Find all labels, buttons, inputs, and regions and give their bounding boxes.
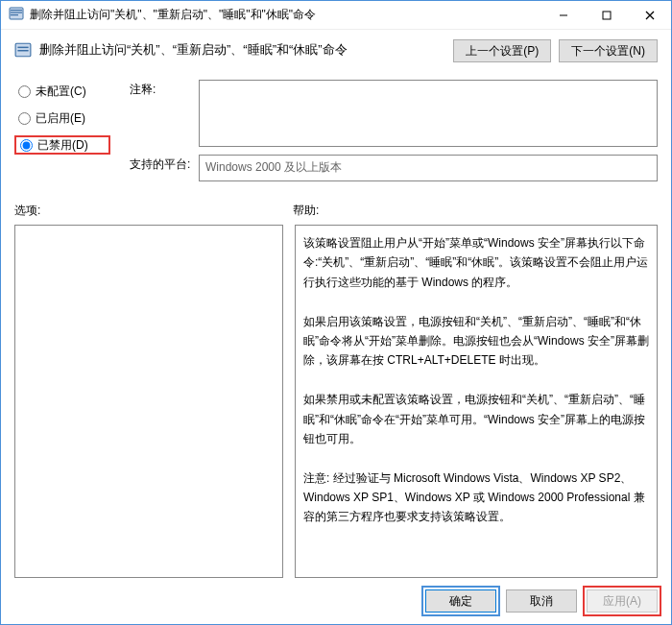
platform-row: 支持的平台: Windows 2000 及以上版本 bbox=[130, 155, 658, 181]
policy-dialog: 删除并阻止访问"关机"、"重新启动"、"睡眠"和"休眠"命令 删除并阻止访问“关… bbox=[0, 0, 672, 625]
radio-not-configured[interactable]: 未配置(C) bbox=[14, 82, 110, 101]
window-title: 删除并阻止访问"关机"、"重新启动"、"睡眠"和"休眠"命令 bbox=[30, 7, 541, 23]
comment-row: 注释: bbox=[130, 80, 658, 147]
svg-rect-1 bbox=[11, 10, 22, 11]
header-row: 删除并阻止访问“关机”、“重新启动”、“睡眠”和“休眠”命令 上一个设置(P) … bbox=[14, 39, 658, 62]
radio-disabled[interactable]: 已禁用(D) bbox=[14, 135, 110, 155]
cancel-button[interactable]: 取消 bbox=[506, 589, 577, 613]
minimize-button[interactable] bbox=[541, 1, 585, 29]
svg-rect-0 bbox=[10, 8, 23, 19]
titlebar: 删除并阻止访问"关机"、"重新启动"、"睡眠"和"休眠"命令 bbox=[1, 1, 671, 30]
ok-button[interactable]: 确定 bbox=[425, 589, 496, 613]
svg-rect-9 bbox=[17, 47, 28, 48]
svg-rect-3 bbox=[11, 14, 18, 15]
platform-label: 支持的平台: bbox=[130, 155, 199, 173]
radio-enabled-input[interactable] bbox=[18, 112, 31, 125]
previous-setting-button[interactable]: 上一个设置(P) bbox=[453, 39, 551, 62]
window-buttons bbox=[541, 1, 671, 29]
help-pane[interactable]: 该策略设置阻止用户从“开始”菜单或“Windows 安全”屏幕执行以下命令:“关… bbox=[295, 225, 658, 578]
help-label: 帮助: bbox=[293, 203, 319, 219]
next-setting-button[interactable]: 下一个设置(N) bbox=[559, 39, 658, 62]
setting-name: 删除并阻止访问“关机”、“重新启动”、“睡眠”和“休眠”命令 bbox=[39, 41, 445, 59]
radio-disabled-label: 已禁用(D) bbox=[37, 137, 88, 154]
policy-icon bbox=[9, 6, 24, 24]
nav-buttons: 上一个设置(P) 下一个设置(N) bbox=[453, 39, 658, 62]
policy-item-icon bbox=[14, 39, 32, 61]
footer-buttons: 确定 取消 应用(A) bbox=[14, 578, 658, 613]
svg-rect-10 bbox=[17, 50, 28, 51]
section-labels: 选项: 帮助: bbox=[14, 203, 658, 219]
panes: 该策略设置阻止用户从“开始”菜单或“Windows 安全”屏幕执行以下命令:“关… bbox=[14, 225, 658, 578]
svg-rect-2 bbox=[11, 12, 22, 13]
content-area: 删除并阻止访问“关机”、“重新启动”、“睡眠”和“休眠”命令 上一个设置(P) … bbox=[1, 30, 671, 624]
radio-disabled-input[interactable] bbox=[20, 139, 33, 152]
radio-not-configured-input[interactable] bbox=[18, 85, 31, 98]
options-pane bbox=[14, 225, 283, 578]
svg-rect-5 bbox=[603, 12, 611, 19]
apply-button[interactable]: 应用(A) bbox=[587, 589, 658, 613]
options-label: 选项: bbox=[14, 203, 293, 219]
radio-not-configured-label: 未配置(C) bbox=[36, 84, 86, 100]
comment-label: 注释: bbox=[130, 80, 199, 147]
platform-field: Windows 2000 及以上版本 bbox=[199, 155, 658, 181]
state-radios: 未配置(C) 已启用(E) 已禁用(D) bbox=[14, 80, 110, 155]
comment-field[interactable] bbox=[199, 80, 658, 147]
maximize-button[interactable] bbox=[585, 1, 628, 29]
radio-enabled[interactable]: 已启用(E) bbox=[14, 108, 110, 128]
close-button[interactable] bbox=[628, 1, 671, 29]
config-row: 未配置(C) 已启用(E) 已禁用(D) 注释: 支持的平台: bbox=[14, 80, 658, 181]
right-fields: 注释: 支持的平台: Windows 2000 及以上版本 bbox=[130, 80, 658, 181]
radio-enabled-label: 已启用(E) bbox=[36, 110, 85, 127]
